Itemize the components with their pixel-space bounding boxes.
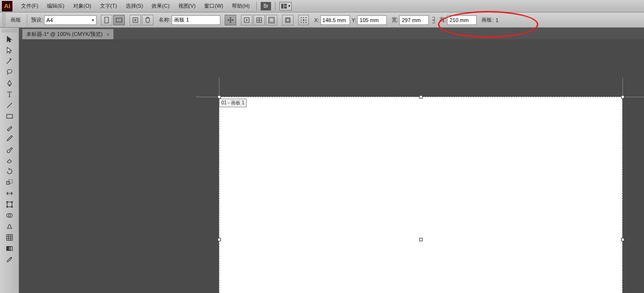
blob-brush-tool[interactable] — [1, 144, 18, 155]
svg-point-25 — [303, 22, 304, 23]
move-with-artboard-button[interactable] — [225, 15, 236, 25]
svg-rect-3 — [105, 17, 109, 23]
svg-point-26 — [306, 22, 306, 23]
artboards-label: 画板: — [481, 16, 493, 23]
scale-tool[interactable] — [1, 177, 18, 188]
guide-v — [219, 78, 219, 97]
landscape-button[interactable] — [113, 15, 125, 25]
menu-file[interactable]: 文件(F) — [17, 1, 42, 11]
artboard-options-button[interactable] — [282, 15, 294, 25]
magic-wand-tool[interactable] — [1, 56, 18, 67]
menubar: Ai 文件(F) 编辑(E) 对象(O) 文字(T) 选择(S) 效果(C) 视… — [0, 0, 644, 12]
document-tabbar: 未标题-1* @ 100% (CMYK/预览) × — [0, 28, 644, 39]
chevron-down-icon: ▾ — [288, 4, 290, 8]
show-crosshair-button[interactable] — [253, 15, 265, 25]
menu-select[interactable]: 选择(S) — [122, 1, 147, 11]
divider — [256, 2, 257, 11]
height-value: 210 mm — [449, 17, 469, 23]
svg-point-18 — [301, 17, 302, 18]
menu-effect[interactable]: 效果(C) — [148, 1, 173, 11]
height-input[interactable]: 210 mm — [447, 15, 477, 25]
lasso-tool[interactable] — [1, 67, 18, 78]
svg-rect-34 — [11, 202, 12, 203]
new-artboard-button[interactable] — [130, 15, 141, 25]
canvas[interactable]: 01 - 画板 1 — [19, 39, 644, 293]
handle-bl[interactable] — [218, 238, 221, 241]
svg-rect-2 — [284, 6, 287, 9]
svg-rect-15 — [270, 18, 273, 22]
menu-help[interactable]: 帮助(H) — [228, 1, 253, 11]
divider — [275, 2, 275, 11]
menu-edit[interactable]: 编辑(E) — [43, 1, 68, 11]
move-icon — [227, 17, 234, 23]
svg-rect-4 — [116, 18, 122, 22]
direct-selection-tool[interactable] — [1, 45, 18, 56]
crosshair-icon — [256, 17, 262, 23]
perspective-grid-tool[interactable] — [1, 221, 18, 232]
handle-tc[interactable] — [419, 95, 423, 99]
selection-tool[interactable] — [1, 34, 18, 45]
rectangle-tool[interactable] — [1, 111, 18, 122]
svg-point-23 — [306, 20, 306, 21]
width-value: 297 mm — [402, 17, 421, 23]
y-label: Y: — [352, 17, 357, 23]
show-center-button[interactable] — [241, 15, 252, 25]
safe-area-icon — [268, 17, 275, 23]
link-icon[interactable] — [431, 17, 437, 23]
arrange-documents-button[interactable]: ▾ — [279, 2, 292, 11]
center-mark-icon — [243, 17, 250, 23]
menu-object[interactable]: 对象(O) — [69, 1, 95, 11]
svg-point-20 — [306, 17, 306, 18]
svg-rect-36 — [11, 206, 12, 207]
grid-icon — [281, 3, 287, 9]
menu-view[interactable]: 视图(V) — [175, 1, 200, 11]
landscape-icon — [116, 17, 122, 23]
portrait-button[interactable] — [101, 15, 112, 25]
x-input[interactable]: 148.5 mm — [320, 15, 350, 25]
mesh-tool[interactable] — [1, 232, 18, 243]
pen-tool[interactable] — [1, 78, 18, 89]
grip-icon[interactable] — [2, 13, 6, 27]
width-label: 宽: — [392, 16, 398, 23]
svg-rect-35 — [7, 206, 8, 207]
eraser-tool[interactable] — [1, 155, 18, 166]
handle-br[interactable] — [621, 238, 624, 241]
document-tab[interactable]: 未标题-1* @ 100% (CMYK/预览) × — [22, 29, 114, 39]
svg-rect-42 — [9, 247, 11, 250]
free-transform-tool[interactable] — [1, 199, 18, 210]
delete-artboard-button[interactable] — [142, 15, 153, 25]
rotate-tool[interactable] — [1, 166, 18, 177]
width-input[interactable]: 297 mm — [399, 15, 429, 25]
artboard-label[interactable]: 01 - 画板 1 — [219, 99, 247, 107]
menu-window[interactable]: 窗口(W) — [200, 1, 227, 11]
name-input[interactable]: 画板 1 — [172, 15, 220, 25]
options-icon — [284, 17, 291, 23]
eyedropper-tool[interactable] — [1, 254, 18, 265]
preset-select[interactable]: A4 — [44, 15, 97, 25]
y-input[interactable]: 105 mm — [357, 15, 387, 25]
name-value: 画板 1 — [174, 16, 189, 23]
svg-point-22 — [303, 19, 305, 21]
paintbrush-tool[interactable] — [1, 122, 18, 133]
bridge-button[interactable]: Br — [261, 2, 271, 11]
type-tool[interactable] — [1, 89, 18, 100]
width-tool[interactable] — [1, 188, 18, 199]
handle-bc[interactable] — [419, 238, 423, 241]
pencil-tool[interactable] — [1, 133, 18, 144]
handle-tr[interactable] — [621, 95, 624, 99]
svg-line-28 — [7, 103, 12, 108]
show-safe-area-button[interactable] — [266, 15, 277, 25]
menu-type[interactable]: 文字(T) — [96, 1, 121, 11]
artboards-count: 1 — [496, 17, 499, 23]
tab-title: 未标题-1* @ 100% (CMYK/预览) — [26, 31, 103, 38]
line-tool[interactable] — [1, 100, 18, 111]
handle-tl[interactable] — [218, 95, 221, 99]
preset-label: 预设: — [31, 16, 43, 23]
close-icon[interactable]: × — [107, 32, 109, 37]
svg-rect-33 — [7, 202, 8, 203]
grip-icon[interactable] — [2, 29, 17, 33]
x-label: X: — [314, 17, 319, 23]
gradient-tool[interactable] — [1, 243, 18, 254]
reference-point-button[interactable] — [298, 15, 309, 25]
shape-builder-tool[interactable] — [1, 210, 18, 221]
